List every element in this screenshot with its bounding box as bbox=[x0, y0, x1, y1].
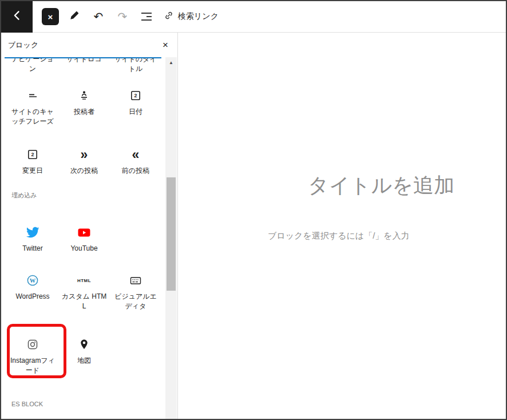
block-item-label: サイトのタイトル bbox=[113, 58, 159, 74]
block-item-label: WordPress bbox=[15, 292, 49, 302]
double-chevron-right-icon: » bbox=[81, 148, 88, 161]
redo-icon: ↷ bbox=[118, 10, 128, 23]
block-item-visual-editor[interactable]: ビジュアルエディタ bbox=[110, 264, 161, 311]
block-item-label: 地図 bbox=[77, 356, 91, 366]
panel-title: ブロック bbox=[8, 40, 38, 50]
block-item-youtube[interactable]: YouTube bbox=[58, 216, 110, 253]
sidebar-scrollbar[interactable]: ▲ bbox=[165, 57, 177, 419]
section-label-embeds: 埋め込み bbox=[7, 191, 165, 200]
block-item-twitter[interactable]: Twitter bbox=[7, 216, 58, 253]
block-item-instagram-feed[interactable]: Instagramフィード bbox=[7, 328, 58, 375]
block-item-site-tagline[interactable]: サイトのキャッチフレーズ bbox=[7, 80, 58, 126]
block-item-site-title[interactable]: サイトのタイトル bbox=[110, 58, 161, 74]
block-item-label: ナビゲーション bbox=[10, 58, 56, 74]
list-view-button[interactable] bbox=[138, 8, 155, 25]
block-item-label: 投稿者 bbox=[74, 107, 94, 117]
editor-body: ブロック × ナビゲーション bbox=[1, 33, 506, 419]
search-link-label: 検索リンク bbox=[178, 11, 219, 22]
author-icon bbox=[77, 89, 91, 102]
panel-close-button[interactable]: × bbox=[160, 39, 171, 51]
undo-button[interactable]: ↶ bbox=[90, 8, 107, 25]
empty-cell bbox=[110, 216, 161, 225]
block-item-label: カスタム HTML bbox=[61, 292, 107, 311]
toolbar-buttons: × ↶ ↷ 検索リンク bbox=[33, 7, 220, 26]
keyboard-icon bbox=[129, 274, 142, 287]
block-item-label: Twitter bbox=[22, 244, 42, 253]
block-row: Instagramフィード 地図 bbox=[7, 328, 165, 386]
block-item-map[interactable]: 地図 bbox=[58, 328, 110, 366]
panel-header: ブロック × bbox=[1, 33, 177, 57]
search-link-button[interactable]: 検索リンク bbox=[162, 7, 220, 26]
scrollbar-thumb[interactable] bbox=[167, 177, 176, 291]
close-inserter-button[interactable]: × bbox=[42, 8, 59, 25]
svg-text:W: W bbox=[30, 278, 36, 284]
list-view-icon bbox=[141, 12, 152, 21]
block-row: W WordPress HTML カスタム HTML ビジュ bbox=[7, 264, 165, 328]
chevron-left-icon bbox=[11, 10, 23, 23]
block-item-label: YouTube bbox=[70, 244, 97, 253]
block-item-navigation[interactable]: ナビゲーション bbox=[7, 58, 58, 74]
block-grid: ナビゲーション サイトロゴ サイトのタイトル bbox=[1, 58, 165, 410]
undo-icon: ↶ bbox=[94, 10, 104, 23]
editor-canvas: タイトルを追加 ブロックを選択するには「/」を入力 bbox=[178, 33, 506, 419]
post-title-input[interactable]: タイトルを追加 bbox=[268, 172, 494, 199]
block-item-previous-post[interactable]: « 前の投稿 bbox=[110, 138, 161, 176]
block-list-scroll-area: ナビゲーション サイトロゴ サイトのタイトル bbox=[1, 58, 165, 419]
block-item-post-author[interactable]: 投稿者 bbox=[58, 80, 110, 117]
block-row: Twitter YouTube bbox=[7, 216, 165, 264]
pencil-icon bbox=[69, 10, 80, 23]
map-pin-icon bbox=[77, 338, 91, 351]
svg-text:2: 2 bbox=[31, 152, 34, 157]
double-chevron-left-icon: « bbox=[132, 148, 140, 161]
top-toolbar: × ↶ ↷ 検索リンク bbox=[1, 1, 506, 33]
content-column: タイトルを追加 ブロックを選択するには「/」を入力 bbox=[178, 33, 494, 241]
redo-button[interactable]: ↷ bbox=[114, 8, 131, 25]
block-row: 2 変更日 » 次の投稿 « 前の投稿 bbox=[7, 138, 165, 179]
block-row: サイトのキャッチフレーズ 投稿者 2 日付 bbox=[7, 80, 165, 138]
youtube-icon bbox=[77, 225, 91, 239]
back-button[interactable] bbox=[1, 1, 33, 33]
calendar-icon: 2 bbox=[129, 89, 142, 102]
twitter-icon bbox=[26, 225, 39, 239]
calendar-icon: 2 bbox=[26, 148, 39, 161]
section-label-es-block: ES BLOCK bbox=[7, 401, 165, 410]
html-icon: HTML bbox=[77, 274, 91, 287]
wordpress-icon: W bbox=[26, 274, 39, 287]
close-icon: × bbox=[48, 12, 53, 22]
block-row: ナビゲーション サイトロゴ サイトのタイトル bbox=[7, 58, 165, 80]
svg-text:2: 2 bbox=[134, 93, 137, 98]
edit-mode-button[interactable] bbox=[66, 8, 83, 25]
link-icon bbox=[163, 10, 175, 23]
block-item-label: 次の投稿 bbox=[70, 166, 98, 176]
block-inserter-panel: ブロック × ナビゲーション bbox=[1, 33, 178, 419]
block-item-modified-date[interactable]: 2 変更日 bbox=[7, 138, 58, 176]
empty-cell bbox=[110, 328, 161, 338]
editor-window: × ↶ ↷ 検索リンク ブロック × bbox=[0, 0, 507, 420]
post-body-input[interactable]: ブロックを選択するには「/」を入力 bbox=[268, 231, 494, 241]
block-item-custom-html[interactable]: HTML カスタム HTML bbox=[58, 264, 110, 311]
block-item-site-logo[interactable]: サイトロゴ bbox=[58, 58, 110, 64]
block-item-wordpress[interactable]: W WordPress bbox=[7, 264, 58, 302]
block-item-label: 変更日 bbox=[22, 166, 43, 176]
block-item-post-date[interactable]: 2 日付 bbox=[110, 80, 161, 117]
block-item-label: 前の投稿 bbox=[122, 166, 149, 176]
block-item-label: 日付 bbox=[129, 107, 142, 117]
block-item-label: ビジュアルエディタ bbox=[113, 292, 159, 311]
block-item-label: サイトロゴ bbox=[66, 58, 101, 64]
scroll-up-arrow-icon[interactable]: ▲ bbox=[165, 57, 177, 65]
instagram-icon bbox=[26, 338, 39, 351]
block-item-next-post[interactable]: » 次の投稿 bbox=[58, 138, 110, 176]
block-item-label: Instagramフィード bbox=[10, 356, 56, 375]
site-tagline-icon bbox=[26, 89, 39, 102]
block-item-label: サイトのキャッチフレーズ bbox=[10, 107, 56, 126]
